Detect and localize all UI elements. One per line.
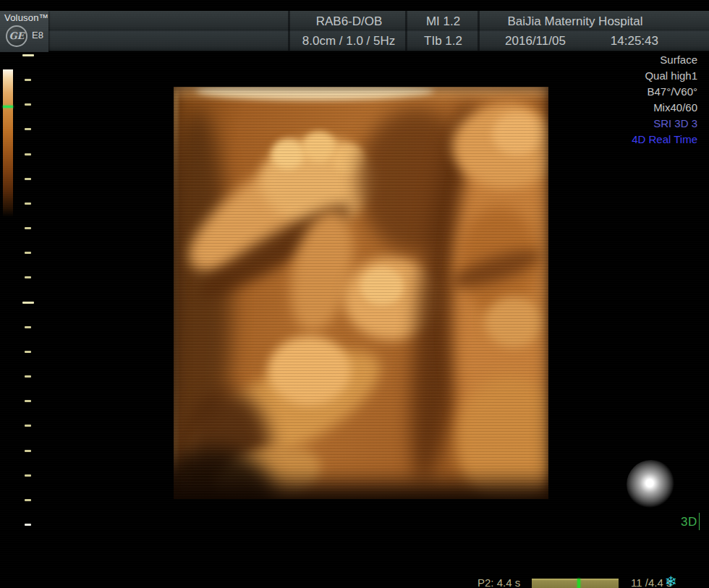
depth-ruler-tick [25, 524, 31, 526]
depth-ruler-tick [25, 425, 31, 427]
depth-ruler-tick [25, 351, 31, 353]
setting-line: Mix40/60 [632, 100, 697, 116]
setting-line: B47°/V60° [632, 84, 697, 100]
snowflake-icon: ❄ [665, 573, 677, 588]
depth-ruler-tick [25, 79, 31, 81]
setting-line: 4D Real Time [632, 132, 697, 148]
header-divider [288, 11, 290, 51]
trackball-indicator[interactable] [627, 460, 676, 509]
render-blob [485, 297, 543, 347]
header-row-1: RAB6-D/OB MI 1.2 BaiJia Maternity Hospit… [0, 12, 709, 31]
depth-ruler-tick [25, 375, 31, 378]
mode-cursor-line [699, 513, 700, 530]
depth-ruler-tick [25, 474, 31, 477]
ultrasound-render [174, 87, 548, 499]
settings-panel: SurfaceQual high1B47°/V60°Mix40/60SRI 3D… [632, 52, 697, 148]
render-blob [302, 132, 336, 162]
colormap-threshold-marker [3, 106, 13, 108]
depth-ruler-tick [25, 450, 31, 452]
depth-ruler-tick [22, 302, 34, 304]
render-blob [360, 268, 404, 305]
render-blob [492, 112, 543, 155]
brand-box: Voluson™ GE E8 [0, 11, 48, 52]
render-blob [268, 336, 351, 405]
depth-ruler-tick [25, 326, 31, 328]
model-label: E8 [32, 30, 43, 41]
exam-time: 14:25:43 [593, 34, 658, 48]
depth-ruler-tick [25, 276, 31, 278]
mi-value: MI 1.2 [409, 14, 477, 29]
product-name: Voluson™ [4, 12, 48, 23]
render-colormap-bar [3, 69, 13, 217]
header-bar: RAB6-D/OB MI 1.2 BaiJia Maternity Hospit… [0, 11, 709, 51]
acquisition-progress-bar[interactable] [532, 579, 619, 588]
depth-ruler-tick [25, 103, 31, 106]
acquisition-position-marker [577, 579, 580, 588]
setting-line: Surface [632, 52, 697, 68]
acquisition-time-label: P2: 4.4 s [477, 576, 520, 588]
depth-ruler-tick [25, 178, 31, 180]
depth-ruler-tick [25, 227, 31, 229]
depth-gain-frequency: 8.0cm / 1.0 / 5Hz [291, 34, 407, 48]
probe-program-label: RAB6-D/OB [289, 14, 409, 29]
mode-label: 3D [681, 515, 697, 529]
hospital-name: BaiJia Maternity Hospital [481, 14, 669, 29]
depth-ruler-tick [25, 203, 31, 205]
exam-date: 2016/11/05 [496, 34, 575, 48]
depth-ruler-tick [25, 128, 31, 130]
depth-ruler-tick [25, 252, 31, 254]
render-blob [271, 139, 305, 169]
ti-value: TIb 1.2 [409, 34, 477, 48]
depth-ruler-tick [25, 400, 31, 402]
ge-logo-icon: GE [6, 25, 27, 47]
depth-ruler-tick [25, 499, 31, 501]
setting-line: SRI 3D 3 [632, 116, 697, 132]
header-divider [405, 11, 407, 51]
header-row-2: 8.0cm / 1.0 / 5Hz TIb 1.2 2016/11/05 14:… [0, 31, 709, 51]
depth-ruler-tick [22, 54, 34, 56]
depth-ruler-tick [25, 153, 31, 155]
header-divider [477, 11, 480, 51]
setting-line: Qual high1 [632, 68, 697, 84]
